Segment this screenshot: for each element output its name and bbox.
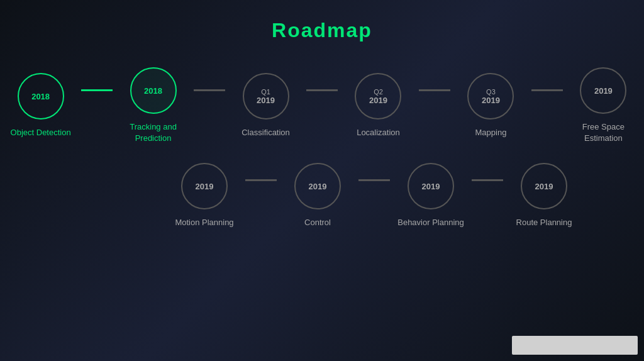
connector	[419, 89, 450, 91]
label-object-detection: Object Detection	[11, 127, 71, 138]
node-mapping: Q32019Mapping	[450, 73, 531, 138]
label-route-planning: Route Planning	[516, 217, 572, 228]
node-motion-planning: 2019Motion Planning	[164, 163, 245, 228]
circle-behavior-planning: 2019	[408, 163, 454, 209]
bottom-bar	[512, 336, 638, 355]
connector	[358, 179, 390, 181]
circle-classification: Q12019	[243, 73, 289, 119]
circle-control: 2019	[294, 163, 341, 209]
label-behavior-planning: Behavior Planning	[397, 217, 464, 228]
circle-motion-planning: 2019	[181, 163, 228, 209]
circle-tracking-prediction: 2018	[130, 67, 177, 114]
label-mapping: Mapping	[475, 127, 507, 138]
node-control: 2019Control	[277, 163, 358, 228]
page-title: Roadmap	[272, 19, 372, 42]
label-control: Control	[304, 217, 331, 228]
label-localization: Localization	[357, 127, 400, 138]
circle-object-detection: 2018	[18, 73, 64, 119]
row-1: 2018Object Detection2018Tracking andPred…	[0, 67, 644, 144]
node-route-planning: 2019Route Planning	[503, 163, 585, 228]
circle-route-planning: 2019	[521, 163, 567, 209]
connector	[81, 89, 113, 91]
node-behavior-planning: 2019Behavior Planning	[390, 163, 472, 228]
label-classification: Classification	[242, 127, 290, 138]
connector	[306, 89, 338, 91]
connector	[472, 179, 503, 181]
connector	[531, 89, 563, 91]
node-tracking-prediction: 2018Tracking andPrediction	[113, 67, 194, 144]
label-tracking-prediction: Tracking andPrediction	[130, 121, 177, 144]
connector	[194, 89, 225, 91]
node-localization: Q22019Localization	[338, 73, 419, 138]
circle-free-space-estimation: 2019	[580, 67, 626, 114]
roadmap-container: 2018Object Detection2018Tracking andPred…	[0, 67, 644, 235]
circle-localization: Q22019	[355, 73, 401, 119]
node-classification: Q12019Classification	[225, 73, 306, 138]
label-free-space-estimation: Free SpaceEstimation	[582, 121, 625, 144]
node-object-detection: 2018Object Detection	[0, 73, 81, 138]
row-2: 2019Motion Planning2019Control2019Behavi…	[0, 163, 644, 228]
label-motion-planning: Motion Planning	[175, 217, 233, 228]
circle-mapping: Q32019	[467, 73, 514, 119]
connector	[245, 179, 277, 181]
node-free-space-estimation: 2019Free SpaceEstimation	[563, 67, 644, 144]
